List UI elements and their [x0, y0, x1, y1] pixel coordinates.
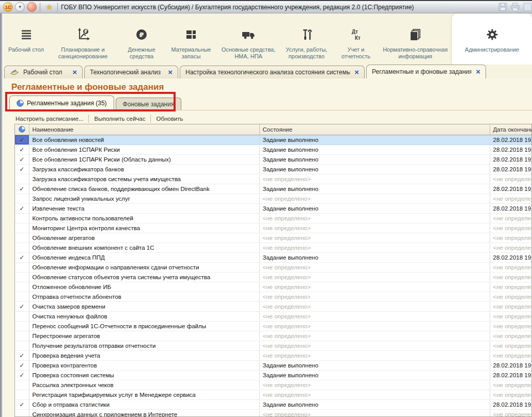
section-rabochiy-stol[interactable]: Рабочий стол	[4, 13, 48, 65]
table-row[interactable]: Отправка отчетности абонентов<не определ…	[15, 292, 532, 301]
table-row[interactable]: Очистка ненужных файлов<не определено><н…	[15, 311, 532, 321]
job-name: Извлечение текста	[29, 203, 259, 213]
check-icon[interactable]: ✓	[15, 399, 29, 409]
check-icon[interactable]: ✓	[15, 252, 29, 262]
job-enabled-cell[interactable]	[15, 341, 29, 350]
table-row[interactable]: Загрузка классификаторов системы учета и…	[15, 174, 532, 184]
tab-nastroyka-analiza[interactable]: Настройка технологического анализа состо…	[180, 66, 365, 78]
table-row[interactable]: Контроль активности пользователей<не опр…	[15, 213, 532, 223]
check-icon[interactable]: ✓	[15, 184, 29, 194]
preview-icon[interactable]	[523, 3, 532, 11]
section-administrirovanie[interactable]: Администрирование	[452, 13, 532, 65]
job-enabled-cell[interactable]	[15, 292, 29, 301]
subtab-reglamentnye-zadaniya[interactable]: Регламентные задания (35)	[9, 95, 114, 110]
subtab-row: Регламентные задания (35) Фоновые задани…	[4, 95, 532, 110]
section-osnovnye-sredstva[interactable]: Основные средства, НМА, НПА	[217, 13, 280, 65]
table-row[interactable]: Регистрация тарифицируемых услуг в Менед…	[15, 390, 532, 399]
favorites-button[interactable]: ★	[44, 2, 54, 12]
tab-rabochiy-stol[interactable]: Рабочий стол ×	[4, 66, 83, 78]
section-materialnye-zapasy[interactable]: Материальные запасы	[165, 13, 217, 65]
run-now-button[interactable]: Выполнить сейчас	[88, 115, 150, 123]
job-state: <не определено>	[259, 292, 490, 301]
job-enabled-cell[interactable]	[15, 380, 29, 390]
check-icon[interactable]: ✓	[15, 203, 29, 213]
check-icon[interactable]: ✓	[15, 360, 29, 370]
job-enabled-cell[interactable]	[15, 390, 29, 399]
table-row[interactable]: ✓Все обновления 1СПАРК Риски (Область да…	[15, 154, 532, 164]
section-planirovanie[interactable]: ₽ Планирование и санкционирование	[48, 13, 118, 65]
job-enabled-cell[interactable]	[15, 194, 29, 203]
table-row[interactable]: Обновление информации о направлениях сда…	[15, 262, 532, 272]
tab-label: Настройка технологического анализа состо…	[185, 69, 350, 76]
column-header-name[interactable]: Наименование	[29, 124, 259, 135]
check-icon[interactable]: ✓	[15, 164, 29, 174]
job-enabled-cell[interactable]	[15, 311, 29, 321]
table-row[interactable]: ✓Загрузка классификатора банковЗадание в…	[15, 164, 532, 174]
tab-reglamentnye-zadaniya[interactable]: Регламентные и фоновые задания ×	[366, 65, 486, 78]
main-menu-button[interactable]: 1С	[3, 2, 13, 12]
table-row[interactable]: Перестроение агрегатов<не определено><не…	[15, 331, 532, 341]
job-enabled-cell[interactable]	[15, 233, 29, 243]
column-header-state[interactable]: Состояние	[259, 124, 490, 135]
check-icon[interactable]: ✓	[15, 350, 29, 360]
table-row[interactable]: Отложенное обновление ИБ<не определено><…	[15, 282, 532, 292]
tab-label: Рабочий стол	[23, 69, 68, 76]
table-row[interactable]: Запрос лицензий уникальных услуг<не опре…	[15, 194, 532, 203]
subtab-fonovye-zadaniya[interactable]: Фоновые задания	[116, 98, 182, 110]
table-row[interactable]: ✓Сбор и отправка статистикиЗадание выпол…	[15, 399, 532, 409]
check-icon[interactable]: ✓	[15, 370, 29, 380]
check-icon[interactable]: ✓	[15, 301, 29, 311]
check-icon[interactable]: ✓	[15, 135, 29, 145]
table-row[interactable]: ✓Обновление списка банков, поддерживающи…	[15, 184, 532, 194]
table-row[interactable]: ✓Проверка ведения учета<не определено><н…	[15, 350, 532, 360]
ruble-glyph: ₽	[84, 29, 87, 34]
section-nsi[interactable]: Нормативно-справочная информация	[379, 13, 452, 65]
table-row[interactable]: Получение результатов отправки отчетност…	[15, 341, 532, 350]
job-enabled-cell[interactable]	[15, 262, 29, 272]
table-row[interactable]: ✓Очистка замеров времени<не определено><…	[15, 301, 532, 311]
close-icon[interactable]: ×	[72, 69, 77, 75]
table-row[interactable]: Обновление агрегатов<не определено><не о…	[15, 233, 532, 243]
job-enabled-cell[interactable]	[15, 321, 29, 331]
close-icon[interactable]: ×	[354, 69, 359, 75]
table-row[interactable]: ✓Все обновления новостейЗадание выполнен…	[15, 135, 532, 145]
job-enabled-cell[interactable]	[15, 272, 29, 282]
job-name: Проверка состояния системы	[29, 370, 259, 380]
refresh-button[interactable]: Обновить	[150, 115, 188, 123]
print-icon[interactable]	[510, 3, 520, 11]
section-uchet-otchetnost[interactable]: ДтКт Учет и отчетность	[333, 13, 379, 65]
job-enabled-cell[interactable]	[15, 409, 29, 417]
table-row[interactable]: ✓Обновление индекса ППДЗадание выполнено…	[15, 252, 532, 262]
stop-button[interactable]	[27, 2, 37, 12]
job-date: 28.02.2018 19:05	[490, 164, 532, 174]
close-icon[interactable]: ×	[476, 69, 480, 75]
table-row[interactable]: Синхронизация данных с приложением в Инт…	[15, 409, 532, 417]
table-row[interactable]: Обновление статусов объектов учета систе…	[15, 272, 532, 282]
section-uslugi-raboty[interactable]: Услуги, работы, производство	[280, 13, 333, 65]
job-enabled-cell[interactable]	[15, 243, 29, 252]
job-enabled-cell[interactable]	[15, 223, 29, 233]
job-enabled-cell[interactable]	[15, 213, 29, 223]
dropdown-menu-button[interactable]: ▼	[15, 2, 25, 12]
close-icon[interactable]: ×	[168, 69, 173, 75]
table-row[interactable]: Рассылка электронных чеков<не определено…	[15, 380, 532, 390]
tab-tehnologicheskiy-analiz[interactable]: Технологический анализ ×	[84, 66, 178, 78]
table-row[interactable]: ✓Извлечение текстаЗадание выполнено28.02…	[15, 203, 532, 213]
job-enabled-cell[interactable]	[15, 331, 29, 341]
save-icon[interactable]	[498, 3, 507, 11]
open-windows-tabbar: Рабочий стол × Технологический анализ × …	[4, 65, 532, 78]
column-header-date[interactable]: Дата окончания	[490, 124, 532, 135]
table-row[interactable]: ✓Проверка состояния системыЗадание выпол…	[15, 370, 532, 380]
header-clock-cell[interactable]	[15, 124, 29, 135]
table-row[interactable]: ✓Проверка контрагентовЗадание выполнено2…	[15, 360, 532, 370]
table-row[interactable]: Перенос сообщений 1С-Отчетности в присое…	[15, 321, 532, 331]
check-icon[interactable]: ✓	[15, 154, 29, 164]
table-row[interactable]: ✓Все обновления 1СПАРК РискиЗадание выпо…	[15, 145, 532, 154]
job-enabled-cell[interactable]	[15, 174, 29, 184]
job-enabled-cell[interactable]	[15, 282, 29, 292]
configure-schedule-button[interactable]: Настроить расписание...	[10, 115, 88, 123]
table-row[interactable]: Мониторинг Центра контроля качества<не о…	[15, 223, 532, 233]
check-icon[interactable]: ✓	[15, 145, 29, 154]
table-row[interactable]: Обновление внешних компонент с сайта 1С<…	[15, 243, 532, 252]
section-denezhnye-sredstva[interactable]: ₽ Денежные средства	[118, 13, 165, 65]
